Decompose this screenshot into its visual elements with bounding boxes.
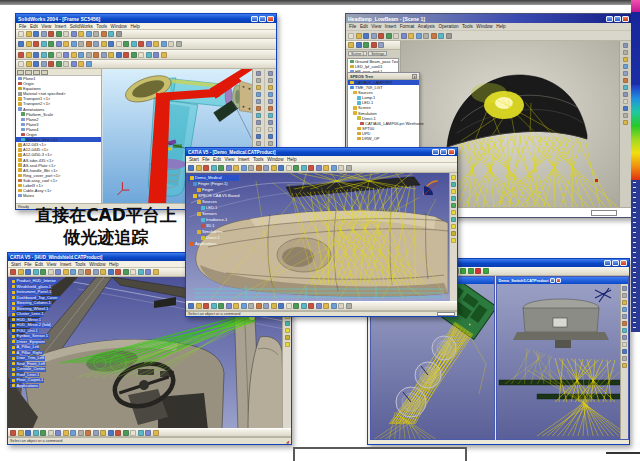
- toolbar-icon[interactable]: [451, 238, 456, 243]
- toolbar-icon[interactable]: [10, 269, 16, 275]
- toolbar-icon[interactable]: [101, 41, 107, 47]
- menu-item[interactable]: Tools: [75, 262, 86, 267]
- toolbar-icon[interactable]: [78, 31, 84, 37]
- menu-item[interactable]: Help: [130, 24, 139, 29]
- toolbar-icon[interactable]: [33, 430, 39, 436]
- toolbar-icon[interactable]: [401, 33, 407, 39]
- toolbar-icon[interactable]: [268, 106, 273, 111]
- toolbar-icon[interactable]: [85, 269, 91, 275]
- toolbar-icon[interactable]: [622, 314, 627, 319]
- toolbar-icon[interactable]: [268, 141, 273, 146]
- toolbar-icon[interactable]: [286, 303, 292, 309]
- menu-item[interactable]: Operation: [438, 24, 458, 29]
- toolbar-icon[interactable]: [268, 78, 273, 83]
- toolbar-icon[interactable]: [256, 120, 261, 125]
- menu-item[interactable]: Window: [267, 157, 283, 162]
- menu-item[interactable]: Window: [111, 24, 127, 29]
- toolbar-icon[interactable]: [138, 52, 144, 58]
- toolbar-icon[interactable]: [26, 31, 32, 37]
- toolbar-icon[interactable]: [196, 303, 202, 309]
- toolbar-icon[interactable]: [268, 85, 273, 90]
- toolbar-icon[interactable]: [48, 269, 54, 275]
- toolbar-icon[interactable]: [256, 134, 261, 139]
- toolbar-icon[interactable]: [108, 41, 114, 47]
- panel-tab[interactable]: Settings: [368, 51, 387, 56]
- toolbar-icon[interactable]: [93, 430, 99, 436]
- toolbar-icon[interactable]: [460, 268, 466, 274]
- toolbar-icon[interactable]: [226, 165, 232, 171]
- toolbar-icon[interactable]: [268, 71, 273, 76]
- toolbar-icon[interactable]: [256, 113, 261, 118]
- toolbar-icon[interactable]: [78, 52, 84, 58]
- viewport-car-body[interactable]: Demo_MedicalFinger (Finger.1)FingerSPEOS…: [186, 173, 451, 303]
- toolbar-icon[interactable]: [263, 165, 269, 171]
- menu-item[interactable]: File: [24, 262, 31, 267]
- toolbar-standard[interactable]: [16, 30, 276, 39]
- toolbar-icon[interactable]: [71, 61, 77, 67]
- toolbar-icon[interactable]: [278, 165, 284, 171]
- toolbar-icon[interactable]: [203, 165, 209, 171]
- maximize-button[interactable]: [612, 260, 619, 266]
- menu-item[interactable]: File: [202, 157, 209, 162]
- window-catia-main[interactable]: CATIA V5 - [Demo_Medical.CATProduct] Sta…: [185, 147, 458, 317]
- toolbar-icon[interactable]: [371, 33, 377, 39]
- toolbar-icon[interactable]: [356, 42, 362, 48]
- toolbar-icon[interactable]: [153, 269, 159, 275]
- toolbar-icon[interactable]: [623, 99, 628, 104]
- tab-feature[interactable]: [17, 70, 24, 75]
- toolbar-icon[interactable]: [256, 92, 261, 97]
- toolbar-icon[interactable]: [348, 42, 354, 48]
- toolbar-icon[interactable]: [622, 307, 627, 312]
- speos-tree-palette[interactable]: SPEOS Treex CATIA06_LAMP.PRTTME_709_LGTS…: [347, 72, 420, 148]
- toolbar-icon[interactable]: [138, 430, 144, 436]
- menu-item[interactable]: SolidWorks: [70, 24, 93, 29]
- toolbar-top[interactable]: [186, 163, 457, 173]
- toolbar-icon[interactable]: [100, 430, 106, 436]
- menu-item[interactable]: Edit: [360, 24, 368, 29]
- toolbar-icon[interactable]: [256, 141, 261, 146]
- toolbar-icon[interactable]: [41, 52, 47, 58]
- close-button[interactable]: [620, 260, 627, 266]
- toolbar-icon[interactable]: [285, 328, 290, 333]
- toolbar-icon[interactable]: [256, 71, 261, 76]
- toolbar-icon[interactable]: [623, 71, 628, 76]
- child-title-bar[interactable]: Demo_Switch5.CATProduct: [497, 277, 628, 284]
- toolbar-icon[interactable]: [622, 356, 627, 361]
- toolbar-icon[interactable]: [176, 41, 182, 47]
- toolbar-icon[interactable]: [108, 31, 114, 37]
- toolbar-icon[interactable]: [623, 78, 628, 83]
- resize-grip-icon[interactable]: ◢: [286, 439, 289, 444]
- toolbar-icon[interactable]: [146, 41, 152, 47]
- toolbar-icon[interactable]: [451, 196, 456, 201]
- toolbar-icon[interactable]: [293, 303, 299, 309]
- toolbar-icon[interactable]: [451, 210, 456, 215]
- child-window-switch[interactable]: Demo_Switch5.CATProduct: [496, 276, 629, 440]
- toolbar-icon[interactable]: [363, 42, 369, 48]
- toolbar-icon[interactable]: [256, 85, 261, 90]
- toolbar-icon[interactable]: [423, 33, 429, 39]
- maximize-button[interactable]: [259, 16, 266, 22]
- toolbar-icon[interactable]: [293, 165, 299, 171]
- menu-item[interactable]: Start: [11, 262, 21, 267]
- toolbar-icon[interactable]: [346, 303, 352, 309]
- menu-item[interactable]: Start: [189, 157, 199, 162]
- toolbar-icon[interactable]: [93, 41, 99, 47]
- menu-item[interactable]: Tools: [96, 24, 107, 29]
- toolbar-icon[interactable]: [86, 31, 92, 37]
- toolbar-icon[interactable]: [256, 303, 262, 309]
- tab-config[interactable]: [33, 70, 40, 75]
- toolbar-icon[interactable]: [268, 113, 273, 118]
- panel-tab[interactable]: Scene 1: [348, 51, 367, 56]
- toolbar-sketch[interactable]: [16, 50, 276, 60]
- toolbar-icon[interactable]: [233, 303, 239, 309]
- toolbar-icon[interactable]: [451, 175, 456, 180]
- toolbar-icon[interactable]: [622, 293, 627, 298]
- toolbar-icon[interactable]: [115, 430, 121, 436]
- toolbar-icon[interactable]: [408, 33, 414, 39]
- child-right-toolbar[interactable]: [620, 284, 628, 439]
- toolbar-icon[interactable]: [623, 57, 628, 62]
- toolbar-icon[interactable]: [18, 61, 24, 67]
- feature-tree-panel[interactable]: Plane1OriginEquationsMaterial <not speci…: [16, 69, 102, 204]
- viewport-switch[interactable]: [497, 284, 620, 439]
- toolbar-icon[interactable]: [25, 269, 31, 275]
